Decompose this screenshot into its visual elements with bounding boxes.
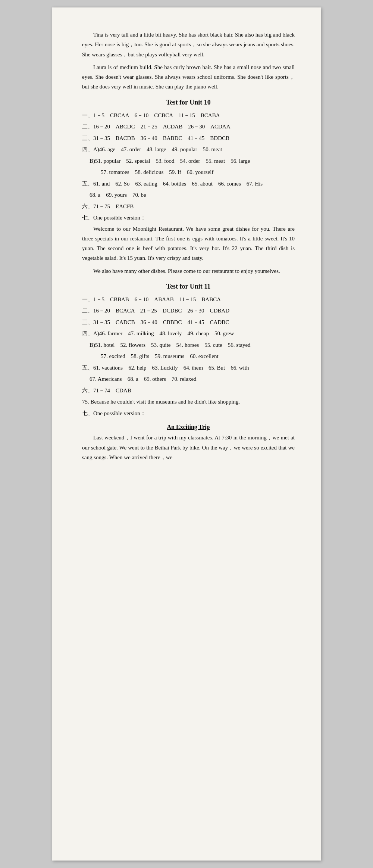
unit11-title: Test for Unit 11 (82, 283, 295, 290)
unit11-row-3: 三、31－35 CADCB 36－40 CBBDC 41－45 CADBC (82, 317, 295, 328)
paragraph-laura: Laura is of medium build. She has curly … (82, 62, 295, 92)
page: Tina is very tall and a little bit heavy… (52, 7, 321, 861)
unit10-row-2: 二、16－20 ABCDC 21－25 ACDAB 26－30 ACDAA (82, 121, 295, 132)
unit10-row-4a: 四、A)46. age 47. order 48. large 49. popu… (82, 144, 295, 155)
unit10-title: Test for Unit 10 (82, 99, 295, 106)
paragraph-tina: Tina is very tall and a little bit heavy… (82, 30, 295, 59)
unit11-row-7: 七、One possible version： (82, 408, 295, 419)
unit10-row-5: 五、61. and 62. So 63. eating 64. bottles … (82, 178, 295, 189)
unit11-row-1: 一、1－5 CBBAB 6－10 ABAAB 11－15 BABCA (82, 294, 295, 305)
unit10-essay-1: Welcome to our Moonlight Restaurant. We … (82, 224, 295, 263)
unit10-essay-2: We also have many other dishes. Please c… (82, 266, 295, 276)
unit10-row-3: 三、31－35 BACDB 36－40 BABDC 41－45 BDDCB (82, 133, 295, 144)
unit11-row-2: 二、16－20 BCACA 21－25 DCDBC 26－30 CDBAD (82, 305, 295, 316)
unit11-row-4b: B)51. hotel 52. flowers 53. quite 54. ho… (90, 340, 295, 351)
unit10-row-1: 一、1－5 CBCAA 6－10 CCBCA 11－15 BCABA (82, 110, 295, 121)
unit10-row-4b: B)51. popular 52. special 53. food 54. o… (90, 156, 295, 167)
unit11-row-4a: 四、A)46. farmer 47. milking 48. lovely 49… (82, 328, 295, 339)
unit10-row-7: 七、One possible version： (82, 212, 295, 223)
unit11-essay-1: Last weekend，I went for a trip with my c… (82, 433, 295, 462)
unit11-row-75: 75. Because he couldn't visit the museum… (82, 396, 295, 407)
unit11-essay-title: An Exciting Trip (82, 424, 295, 430)
unit10-row-6: 六、71－75 EACFB (82, 201, 295, 212)
unit10-row-5b: 68. a 69. yours 70. be (90, 190, 295, 200)
unit11-row-4c: 57. excited 58. gifts 59. museums 60. ex… (101, 351, 295, 362)
unit10-row-4c: 57. tomatoes 58. delicious 59. If 60. yo… (101, 167, 295, 178)
unit11-row-5: 五、61. vacations 62. help 63. Luckily 64.… (82, 363, 295, 373)
unit11-row-6: 六、71－74 CDAB (82, 385, 295, 396)
unit11-row-5b: 67. Americans 68. a 69. others 70. relax… (90, 374, 295, 385)
